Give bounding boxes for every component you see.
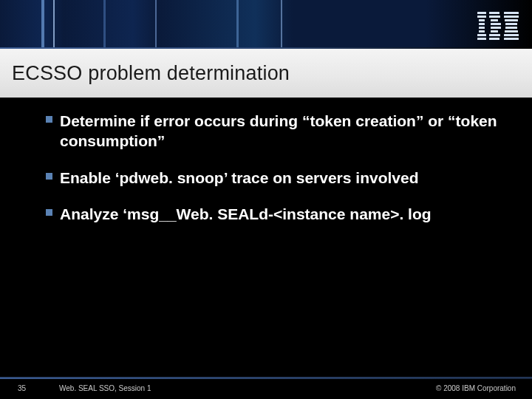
bullet-text: Analyze ‘msg__Web. SEALd-<instance name>… [60,204,432,224]
accent-stripe [155,0,157,47]
bullet-text: Enable ‘pdweb. snoop’ trace on servers i… [60,168,418,188]
slide-number: 35 [0,384,59,392]
header-accent-banner [0,0,532,47]
bullet-item: Analyze ‘msg__Web. SEALd-<instance name>… [46,204,510,224]
bullet-square-icon [46,173,52,180]
title-band: ECSSO problem determination [0,49,532,98]
slide-content: Determine if error occurs during “token … [46,111,510,240]
slide-footer: 35 Web. SEAL SSO, Session 1 © 2008 IBM C… [0,377,532,399]
bullet-item: Determine if error occurs during “token … [46,111,510,151]
slide-title: ECSSO problem determination [12,62,290,85]
accent-stripe [236,0,239,47]
footer-copyright: © 2008 IBM Corporation [436,384,532,392]
bullet-item: Enable ‘pdweb. snoop’ trace on servers i… [46,168,510,188]
accent-stripe [281,0,282,47]
accent-stripe [53,0,55,47]
footer-session: Web. SEAL SSO, Session 1 [59,384,151,392]
accent-stripe [103,0,106,47]
bullet-text: Determine if error occurs during “token … [60,111,510,151]
bullet-square-icon [46,209,52,216]
bullet-square-icon [46,116,52,123]
accent-stripe [41,0,44,47]
ibm-logo-icon [477,12,519,40]
